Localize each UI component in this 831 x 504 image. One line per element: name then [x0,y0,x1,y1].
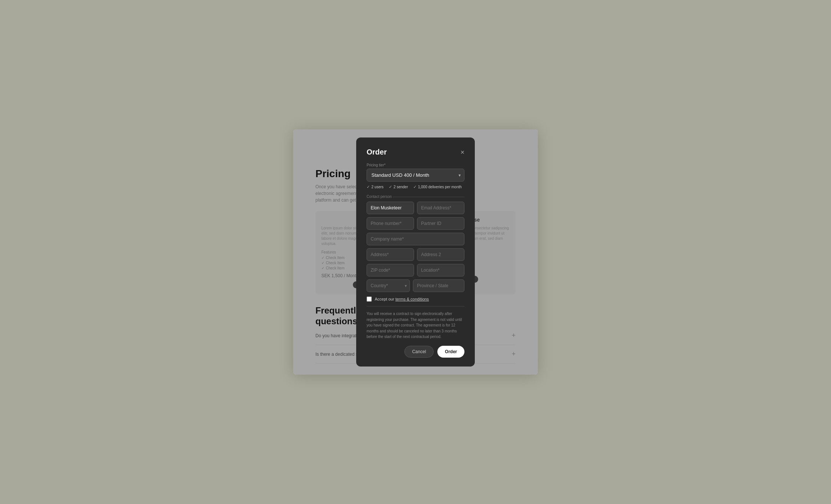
tier-feature-users: ✓ 2 users [367,185,384,189]
terms-link[interactable]: terms & conditions [395,297,429,301]
pricing-tier-select[interactable]: Standard USD 400 / Month Basic USD 200 /… [367,169,464,182]
modal-title: Order [367,148,387,156]
terms-label[interactable]: Accept our terms & conditions [375,297,429,301]
page-background: David Måsegård Head of Logistics Royal D… [293,129,538,375]
contact-name-input[interactable] [367,202,414,214]
country-province-row: Country* United States Sweden Germany Un… [367,279,464,292]
province-state-input[interactable] [413,279,464,292]
address2-input[interactable] [417,248,464,261]
pricing-tier-label: Pricing tier* [367,163,464,167]
zip-input[interactable] [367,264,414,276]
location-input[interactable] [417,264,464,276]
tier-feature-sender: ✓ 2 sender [389,185,408,189]
tier-feature-label: 2 users [371,185,384,189]
modal-footer: Cancel Order [367,346,464,358]
tier-features: ✓ 2 users ✓ 2 sender ✓ 1,000 deliveries … [367,185,464,189]
check-icon: ✓ [389,185,392,189]
email-input[interactable] [417,202,464,214]
contact-email-row [367,202,464,214]
company-name-input[interactable] [367,233,464,245]
terms-checkbox[interactable] [367,296,372,302]
info-text: You will receive a contract to sign elec… [367,311,464,340]
order-modal: Order × Pricing tier* Standard USD 400 /… [356,137,475,367]
cancel-button[interactable]: Cancel [404,346,434,358]
phone-input[interactable] [367,217,414,230]
country-select-wrap: Country* United States Sweden Germany Un… [367,279,410,292]
terms-checkbox-row: Accept our terms & conditions [367,296,464,302]
check-icon: ✓ [413,185,417,189]
tier-feature-label: 2 sender [394,185,408,189]
close-button[interactable]: × [460,149,464,156]
modal-header: Order × [367,148,464,156]
divider [367,306,464,306]
modal-overlay: Order × Pricing tier* Standard USD 400 /… [293,129,538,375]
tier-feature-deliveries: ✓ 1,000 deliveries per month [413,185,462,189]
tier-feature-label: 1,000 deliveries per month [418,185,462,189]
zip-location-row [367,264,464,276]
contact-section-label: Contact person [367,195,464,199]
address1-input[interactable] [367,248,414,261]
pricing-tier-select-wrap: Standard USD 400 / Month Basic USD 200 /… [367,169,464,182]
phone-partner-row [367,217,464,230]
address-row [367,248,464,261]
order-button[interactable]: Order [437,346,464,358]
partner-id-input[interactable] [417,217,464,230]
check-icon: ✓ [367,185,370,189]
country-select[interactable]: Country* United States Sweden Germany Un… [367,279,410,292]
